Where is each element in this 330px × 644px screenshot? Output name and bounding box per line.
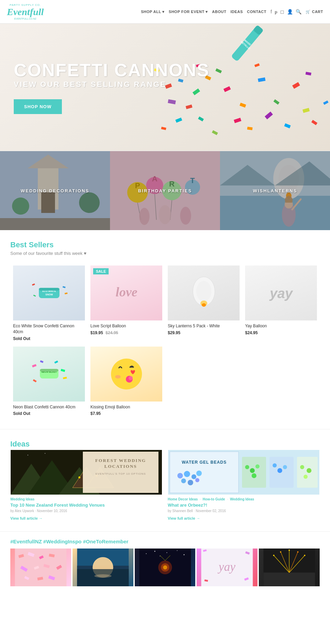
svg-point-109 bbox=[177, 473, 183, 478]
instagram-tile-2[interactable] bbox=[73, 549, 133, 586]
svg-point-123 bbox=[277, 468, 282, 473]
svg-point-127 bbox=[307, 468, 311, 473]
shop-now-button[interactable]: Shop Now bbox=[14, 99, 62, 114]
nav-shop-event[interactable]: SHOP FOR EVENT ▾ bbox=[169, 10, 208, 14]
user-icon[interactable]: 👤 bbox=[287, 9, 293, 14]
product-5-status: Sold Out bbox=[13, 411, 85, 416]
svg-rect-26 bbox=[306, 72, 311, 76]
svg-rect-67 bbox=[32, 283, 35, 285]
product-2-image: SALE love bbox=[90, 265, 162, 320]
nav-about[interactable]: ABOUT bbox=[212, 10, 227, 14]
svg-point-118 bbox=[250, 468, 255, 473]
svg-text:yay: yay bbox=[269, 286, 293, 301]
svg-rect-14 bbox=[212, 130, 218, 135]
product-3-image bbox=[168, 265, 240, 320]
idea-card-1[interactable]: FOREST WEDDING LOCATIONS EVENTFULL'S TOP… bbox=[10, 450, 162, 521]
product-3-name: Sky Lanterns 5 Pack - White bbox=[168, 323, 240, 329]
instagram-tile-5[interactable] bbox=[259, 549, 320, 586]
svg-point-126 bbox=[300, 465, 304, 469]
idea-image-1: FOREST WEDDING LOCATIONS EVENTFULL'S TOP… bbox=[10, 450, 162, 495]
product-1-status: Sold Out bbox=[13, 336, 85, 341]
svg-point-115 bbox=[195, 478, 199, 482]
svg-rect-20 bbox=[311, 120, 318, 125]
svg-point-111 bbox=[191, 474, 196, 479]
svg-point-155 bbox=[163, 565, 167, 569]
product-4[interactable]: yay Yay Balloon $24.95 bbox=[242, 263, 320, 344]
svg-rect-125 bbox=[297, 457, 318, 488]
svg-rect-18 bbox=[284, 123, 291, 128]
logo[interactable]: PARTY SUPPLY CO. Eventfull EVENTFULL.CO.… bbox=[7, 3, 44, 20]
product-5-image: NEON BLAST bbox=[13, 347, 85, 402]
idea-1-tag-1[interactable]: Wedding Ideas bbox=[10, 497, 34, 501]
ideas-grid: FOREST WEDDING LOCATIONS EVENTFULL'S TOP… bbox=[10, 450, 320, 521]
nav-contact[interactable]: CONTACT bbox=[247, 10, 266, 14]
svg-rect-81 bbox=[40, 360, 43, 363]
pinterest-icon[interactable]: 𝐩 bbox=[275, 9, 277, 15]
svg-text:LOCATIONS: LOCATIONS bbox=[104, 464, 137, 469]
svg-rect-11 bbox=[292, 82, 300, 89]
idea-2-link[interactable]: View full article → bbox=[168, 516, 200, 520]
product-5[interactable]: NEON BLAST Neon Blast Confetti Cannon 40… bbox=[10, 344, 88, 419]
nav-shop-all[interactable]: SHOP ALL ▾ bbox=[141, 10, 165, 14]
idea-2-meta: by Shannen Bell · November 02, 2016 bbox=[168, 509, 320, 513]
product-6[interactable]: Kissing Emoji Balloon $7.95 bbox=[88, 344, 165, 419]
svg-rect-121 bbox=[270, 457, 294, 488]
social-icons: f 𝐩 ◻ 👤 🔍 bbox=[271, 9, 301, 15]
svg-rect-68 bbox=[62, 286, 65, 288]
product-4-image: yay bbox=[245, 265, 317, 320]
best-sellers-title: Best Sellers bbox=[10, 240, 320, 249]
product-1-image: ECO WHITE SNOW bbox=[13, 265, 85, 320]
product-2-sale-badge: SALE bbox=[93, 268, 109, 274]
category-wedding[interactable]: WEDDING DECORATIONS bbox=[0, 151, 110, 230]
svg-point-124 bbox=[283, 465, 287, 469]
logo-tagline: PARTY SUPPLY CO. bbox=[10, 3, 41, 7]
product-3-price: $29.95 bbox=[168, 330, 240, 335]
svg-point-119 bbox=[255, 464, 260, 468]
instagram-grid: yay bbox=[10, 549, 320, 586]
product-2[interactable]: SALE love Love Script Balloon $19.95 $24… bbox=[88, 263, 165, 344]
cart-link[interactable]: 🛒 CART bbox=[306, 10, 323, 14]
svg-point-89 bbox=[129, 376, 133, 380]
instagram-icon[interactable]: ◻ bbox=[280, 9, 284, 14]
idea-2-tag-3[interactable]: Wedding Ideas bbox=[230, 497, 254, 501]
svg-point-96 bbox=[78, 476, 80, 478]
category-birthday[interactable]: P A R T BIRTHDAY PARTIES bbox=[110, 151, 220, 230]
cart-label: CART bbox=[312, 10, 323, 14]
category-wish[interactable]: WISHLANTERNS bbox=[220, 151, 330, 230]
svg-point-175 bbox=[304, 555, 306, 556]
product-1[interactable]: ECO WHITE SNOW Eco White Snow Confetti C… bbox=[10, 263, 88, 344]
idea-card-2[interactable]: WATER GEL BEADS bbox=[168, 450, 320, 521]
svg-point-122 bbox=[273, 463, 277, 467]
svg-text:FOREST WEDDING: FOREST WEDDING bbox=[95, 458, 146, 463]
search-icon[interactable]: 🔍 bbox=[296, 9, 301, 14]
svg-rect-78 bbox=[60, 369, 65, 372]
facebook-icon[interactable]: f bbox=[271, 9, 272, 14]
product-3[interactable]: Sky Lanterns 5 Pack - White $29.95 bbox=[165, 263, 242, 344]
hero-title: CONFETTI CANNONS bbox=[14, 60, 209, 80]
category-wish-overlay: WISHLANTERNS bbox=[220, 151, 330, 230]
logo-url: EVENTFULL.CO.NZ bbox=[14, 18, 36, 20]
instagram-tile-4[interactable]: yay bbox=[197, 549, 257, 586]
idea-2-title[interactable]: What are Orbeez?! bbox=[168, 502, 320, 508]
idea-2-tags: Home Decor Ideas · How-to Guide · Weddin… bbox=[168, 497, 320, 501]
svg-rect-85 bbox=[40, 369, 58, 372]
instagram-tile-3[interactable] bbox=[135, 549, 196, 586]
svg-point-99 bbox=[45, 453, 45, 454]
svg-rect-80 bbox=[63, 377, 67, 379]
nav-ideas[interactable]: IDEAS bbox=[230, 10, 243, 14]
idea-1-link[interactable]: View full article → bbox=[10, 516, 43, 520]
svg-rect-69 bbox=[33, 295, 36, 297]
idea-2-tag-2[interactable]: How-to Guide bbox=[203, 497, 225, 501]
instagram-tile-1[interactable] bbox=[10, 549, 71, 586]
product-2-name: Love Script Balloon bbox=[90, 323, 162, 329]
svg-point-150 bbox=[177, 550, 177, 551]
idea-2-tag-1[interactable]: Home Decor Ideas bbox=[168, 497, 198, 501]
svg-point-148 bbox=[154, 551, 155, 552]
idea-1-title[interactable]: Top 10 New Zealand Forest Wedding Venues bbox=[10, 502, 162, 508]
svg-rect-116 bbox=[242, 457, 266, 488]
svg-text:yay: yay bbox=[218, 560, 236, 574]
svg-rect-79 bbox=[33, 379, 36, 382]
svg-point-87 bbox=[115, 375, 121, 379]
main-nav: SHOP ALL ▾ SHOP FOR EVENT ▾ ABOUT IDEAS … bbox=[141, 9, 323, 15]
product-6-name: Kissing Emoji Balloon bbox=[90, 404, 162, 410]
